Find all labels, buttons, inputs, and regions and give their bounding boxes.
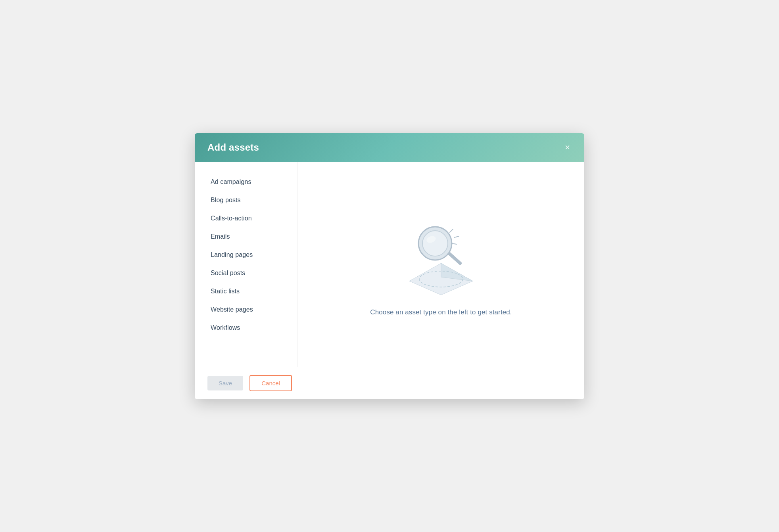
- cancel-button[interactable]: Cancel: [249, 375, 292, 391]
- sidebar-item-ad-campaigns[interactable]: Ad campaigns: [195, 173, 297, 191]
- modal-footer: Save Cancel: [195, 367, 584, 399]
- add-assets-modal: Add assets × Ad campaignsBlog postsCalls…: [195, 133, 584, 399]
- save-button[interactable]: Save: [207, 376, 243, 390]
- modal-header: Add assets ×: [195, 133, 584, 162]
- content-area: Choose an asset type on the left to get …: [298, 162, 584, 367]
- svg-point-5: [422, 231, 448, 256]
- asset-type-sidebar: Ad campaignsBlog postsCalls-to-actionEma…: [195, 162, 298, 367]
- sidebar-item-calls-to-action[interactable]: Calls-to-action: [195, 209, 297, 228]
- svg-line-3: [449, 253, 460, 263]
- svg-line-8: [454, 236, 459, 237]
- modal-body: Ad campaignsBlog postsCalls-to-actionEma…: [195, 162, 584, 367]
- empty-state-illustration: [397, 212, 485, 299]
- sidebar-item-static-lists[interactable]: Static lists: [195, 282, 297, 300]
- sidebar-item-emails[interactable]: Emails: [195, 228, 297, 246]
- empty-state-text: Choose an asset type on the left to get …: [370, 308, 512, 316]
- sidebar-item-website-pages[interactable]: Website pages: [195, 300, 297, 319]
- close-button[interactable]: ×: [563, 142, 572, 153]
- modal-title: Add assets: [207, 142, 259, 153]
- sidebar-item-landing-pages[interactable]: Landing pages: [195, 246, 297, 264]
- sidebar-item-blog-posts[interactable]: Blog posts: [195, 191, 297, 209]
- svg-line-7: [450, 229, 453, 232]
- sidebar-item-workflows[interactable]: Workflows: [195, 319, 297, 337]
- sidebar-item-social-posts[interactable]: Social posts: [195, 264, 297, 282]
